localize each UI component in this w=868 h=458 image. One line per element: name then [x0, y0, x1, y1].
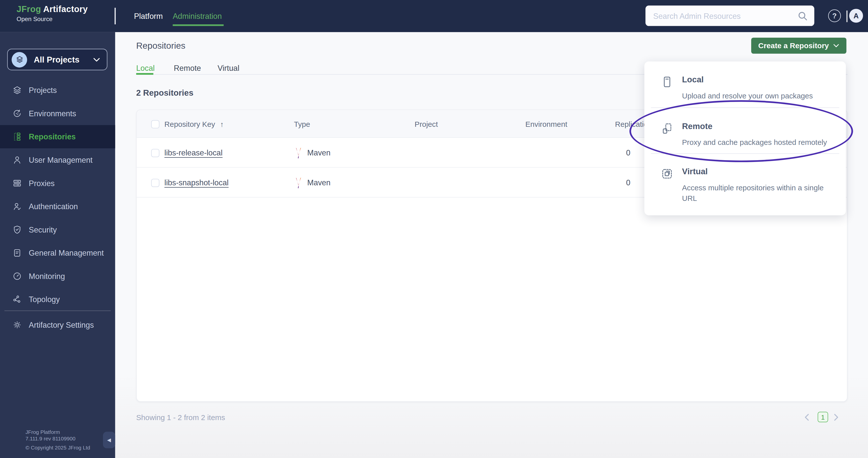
select-all-checkbox[interactable]	[151, 120, 159, 128]
header-divider	[115, 8, 116, 24]
type-label: Maven	[307, 178, 331, 187]
sidebar-item-monitoring[interactable]: Monitoring	[0, 265, 115, 288]
top-header: JFrog Artifactory Open Source Platform A…	[0, 0, 868, 32]
pagination-summary: Showing 1 - 2 from 2 items	[136, 413, 225, 422]
sidebar-footer: JFrog Platform 7.111.9 rev 81109900 © Co…	[25, 429, 90, 451]
copyright: © Copyright 2025 JFrog Ltd	[25, 445, 90, 451]
type-label: Maven	[307, 149, 331, 157]
repository-key-link[interactable]: libs-release-local	[164, 149, 223, 157]
page-title: Repositories	[136, 41, 185, 51]
chevron-left-icon[interactable]	[804, 413, 812, 421]
collapse-left-icon: ◀	[107, 437, 111, 443]
nav-administration[interactable]: Administration	[173, 0, 222, 32]
nav-active-underline	[173, 24, 224, 26]
repository-count: 2 Repositories	[136, 88, 193, 97]
sidebar-item-topology[interactable]: Topology	[0, 288, 115, 311]
menu-divider	[651, 154, 839, 154]
logo-product: Artifactory	[41, 4, 88, 14]
tab-remote[interactable]: Remote	[174, 64, 217, 72]
topology-icon	[12, 295, 22, 304]
repository-tabs: Local Remote Virtual	[136, 64, 239, 72]
jfrog-logo: JFrog Artifactory Open Source	[17, 5, 88, 22]
layers-icon	[12, 85, 22, 95]
shield-icon	[12, 225, 22, 235]
sidebar-item-environments[interactable]: Environments	[0, 102, 115, 125]
help-icon[interactable]: ?	[828, 9, 841, 22]
gauge-icon	[12, 271, 22, 281]
row-checkbox[interactable]	[151, 149, 159, 157]
sort-ascending-icon[interactable]: ↑	[220, 120, 223, 128]
page-number[interactable]: 1	[817, 412, 828, 422]
logo-edition: Open Source	[17, 16, 88, 22]
replication-count: 0	[626, 138, 630, 168]
chevron-down-icon	[93, 57, 100, 62]
virtual-repo-icon	[661, 168, 673, 180]
logo-brand: JFrog	[17, 4, 41, 14]
platform-version: 7.111.9 rev 81109900	[25, 435, 90, 442]
chevron-right-icon[interactable]	[834, 413, 841, 421]
project-selector-label: All Projects	[34, 55, 93, 64]
repository-key-link[interactable]: libs-snapshot-local	[164, 178, 229, 187]
sidebar: All Projects Projects	[0, 32, 115, 458]
platform-name: JFrog Platform	[25, 429, 90, 435]
sidebar-item-general-management[interactable]: General Management	[0, 241, 115, 265]
chevron-down-icon	[833, 44, 839, 47]
sidebar-item-proxies[interactable]: Proxies	[0, 171, 115, 195]
remote-repo-icon	[661, 122, 673, 134]
proxies-icon	[12, 178, 22, 188]
column-type[interactable]: Type	[294, 110, 310, 138]
sidebar-item-artifactory-settings[interactable]: Artifactory Settings	[0, 314, 115, 337]
sidebar-divider	[4, 310, 111, 311]
document-icon	[12, 248, 22, 258]
create-repository-menu: Local Upload and resolve your own packag…	[645, 62, 846, 216]
user-icon	[12, 155, 22, 165]
sidebar-item-user-management[interactable]: User Management	[0, 149, 115, 172]
maven-icon	[294, 177, 303, 188]
local-repo-icon	[661, 76, 673, 88]
jfrog-artifactory-app: JFrog Artifactory Open Source Platform A…	[0, 0, 868, 458]
maven-icon	[294, 147, 303, 158]
sidebar-collapse-button[interactable]: ◀	[103, 432, 115, 448]
project-selector[interactable]: All Projects	[7, 49, 107, 70]
row-checkbox[interactable]	[151, 178, 159, 187]
environments-icon	[12, 108, 22, 119]
repositories-icon	[12, 132, 22, 142]
header-divider-2	[846, 10, 847, 22]
search-input[interactable]	[646, 11, 797, 20]
tab-virtual[interactable]: Virtual	[217, 64, 239, 72]
admin-search	[646, 5, 814, 26]
layers-icon	[11, 52, 27, 67]
gear-icon	[12, 320, 22, 330]
main-content: Repositories Create a Repository Local R…	[115, 32, 868, 458]
sidebar-item-authentication[interactable]: Authentication	[0, 195, 115, 218]
column-repository-key[interactable]: Repository Key ↑	[164, 110, 224, 138]
menu-divider	[651, 107, 839, 108]
sidebar-menu: Projects Environments	[0, 78, 115, 311]
pagination: 1	[804, 412, 842, 422]
tab-active-underline	[136, 73, 153, 75]
sidebar-item-projects[interactable]: Projects	[0, 78, 115, 102]
create-repository-button[interactable]: Create a Repository	[751, 38, 846, 54]
tab-local[interactable]: Local	[136, 64, 174, 72]
nav-platform[interactable]: Platform	[134, 0, 163, 32]
column-environment[interactable]: Environment	[525, 110, 567, 138]
sidebar-item-security[interactable]: Security	[0, 218, 115, 241]
column-project[interactable]: Project	[415, 110, 438, 138]
search-icon[interactable]	[797, 10, 809, 22]
authentication-icon	[12, 201, 22, 211]
avatar[interactable]: A	[849, 9, 863, 23]
replication-count: 0	[626, 168, 630, 198]
sidebar-item-repositories[interactable]: Repositories	[0, 125, 115, 149]
